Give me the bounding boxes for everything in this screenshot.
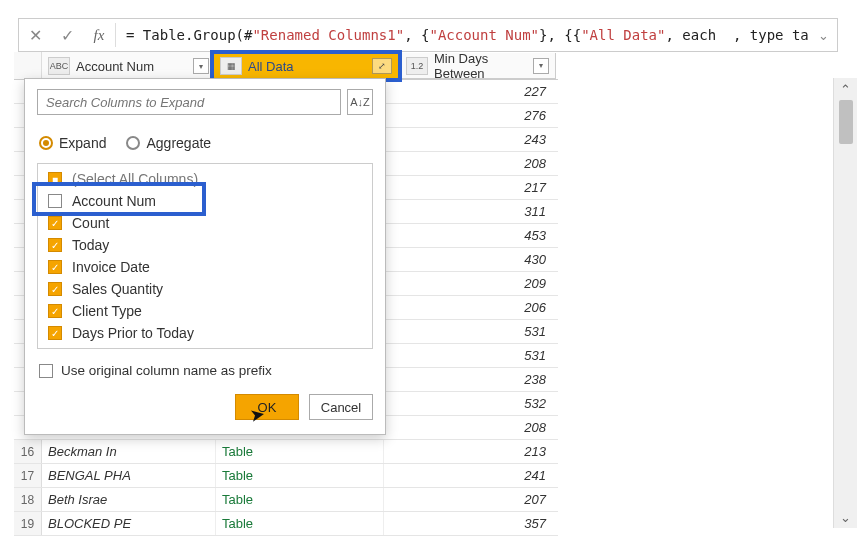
cell-account-num[interactable]: Beckman In (42, 440, 216, 463)
search-input[interactable] (37, 89, 341, 115)
cell-min-days[interactable]: 531 (384, 320, 554, 343)
checkbox-label: Count (72, 215, 109, 231)
formula-bar: ✕ ✓ fx = Table.Group(#"Renamed Columns1"… (18, 18, 838, 52)
checkbox-icon: ✓ (48, 260, 62, 274)
scroll-down-icon[interactable]: ⌄ (834, 506, 857, 528)
cell-min-days[interactable]: 208 (384, 152, 554, 175)
cell-min-days[interactable]: 357 (384, 512, 554, 535)
scroll-up-icon[interactable]: ⌃ (834, 78, 857, 100)
cell-min-days[interactable]: 243 (384, 128, 554, 151)
radio-expand[interactable]: Expand (39, 135, 106, 151)
radio-label: Expand (59, 135, 106, 151)
radio-icon (39, 136, 53, 150)
cell-all-data-link[interactable]: Table (216, 512, 384, 535)
cell-account-num[interactable]: BENGAL PHA (42, 464, 216, 487)
cell-min-days[interactable]: 311 (384, 200, 554, 223)
cell-min-days[interactable]: 276 (384, 104, 554, 127)
checkbox-label: Sales Quantity (72, 281, 163, 297)
cell-account-num[interactable]: BLOCKED PE (42, 512, 216, 535)
cancel-button[interactable]: Cancel (309, 394, 373, 420)
formula-input[interactable]: = Table.Group(#"Renamed Columns1", {"Acc… (116, 27, 809, 43)
row-number: 17 (14, 464, 42, 487)
checkbox-label: Use original column name as prefix (61, 363, 272, 378)
cell-min-days[interactable]: 213 (384, 440, 554, 463)
column-checkbox-item[interactable]: ✓Invoice Date (38, 256, 372, 278)
column-filter-icon[interactable]: ▾ (533, 58, 549, 74)
checkbox-icon: ✓ (48, 326, 62, 340)
sort-button[interactable]: A↓Z (347, 89, 373, 115)
checkbox-icon: ✓ (48, 238, 62, 252)
checkbox-icon: ✓ (48, 304, 62, 318)
checkbox-icon: ✓ (48, 216, 62, 230)
column-checkbox-item[interactable]: ✓Count (38, 212, 372, 234)
checkbox-label: Today (72, 237, 109, 253)
cell-min-days[interactable]: 238 (384, 368, 554, 391)
cell-min-days[interactable]: 531 (384, 344, 554, 367)
expand-columns-popup: A↓Z Expand Aggregate ■ (Select All Colum… (24, 78, 386, 435)
cell-min-days[interactable]: 453 (384, 224, 554, 247)
expand-column-icon[interactable]: ⤢ (372, 58, 392, 74)
commit-formula-icon[interactable]: ✓ (51, 19, 83, 51)
row-number: 19 (14, 512, 42, 535)
checkbox-label: (Select All Columns) (72, 171, 198, 187)
column-header-min-days[interactable]: 1.2 Min Days Between ▾ (400, 53, 556, 79)
column-checkbox-item[interactable]: ✓Sales Quantity (38, 278, 372, 300)
checkbox-label: Account Num (72, 193, 156, 209)
cell-min-days[interactable]: 209 (384, 272, 554, 295)
vertical-scrollbar[interactable]: ⌃ ⌄ (833, 78, 857, 528)
radio-icon (126, 136, 140, 150)
ok-button[interactable]: OK (235, 394, 299, 420)
expand-formula-icon[interactable]: ⌄ (809, 19, 837, 51)
cell-min-days[interactable]: 532 (384, 392, 554, 415)
column-checkbox-item[interactable]: ✓Client Type (38, 300, 372, 322)
table-row[interactable]: 16Beckman InTable213 (14, 440, 558, 464)
cell-all-data-link[interactable]: Table (216, 488, 384, 511)
checkbox-label: Client Type (72, 303, 142, 319)
row-number-header (14, 52, 42, 79)
table-row[interactable]: 17BENGAL PHATable241 (14, 464, 558, 488)
select-all-columns[interactable]: ■ (Select All Columns) (38, 168, 372, 190)
type-decimal-icon: 1.2 (406, 57, 428, 75)
column-label: Min Days Between (434, 51, 527, 81)
table-row[interactable]: 19BLOCKED PETable357 (14, 512, 558, 536)
prefix-checkbox-row[interactable]: Use original column name as prefix (37, 361, 373, 394)
radio-aggregate[interactable]: Aggregate (126, 135, 211, 151)
row-number: 16 (14, 440, 42, 463)
cell-min-days[interactable]: 241 (384, 464, 554, 487)
checkbox-label: Days Prior to Today (72, 325, 194, 341)
column-checkbox-item[interactable]: Account Num (38, 190, 372, 212)
column-checkbox-item[interactable]: ✓Days Prior to Today (38, 322, 372, 344)
cell-min-days[interactable]: 227 (384, 80, 554, 103)
cell-account-num[interactable]: Beth Israe (42, 488, 216, 511)
column-checkbox-list: ■ (Select All Columns) Account Num✓Count… (37, 163, 373, 349)
cell-min-days[interactable]: 430 (384, 248, 554, 271)
cancel-formula-icon[interactable]: ✕ (19, 19, 51, 51)
checkbox-icon (39, 364, 53, 378)
cell-min-days[interactable]: 206 (384, 296, 554, 319)
checkbox-icon: ✓ (48, 282, 62, 296)
scrollbar-thumb[interactable] (839, 100, 853, 144)
cell-min-days[interactable]: 208 (384, 416, 554, 439)
cell-all-data-link[interactable]: Table (216, 464, 384, 487)
column-checkbox-item[interactable]: ✓Today (38, 234, 372, 256)
column-filter-icon[interactable]: ▾ (193, 58, 209, 74)
cell-min-days[interactable]: 207 (384, 488, 554, 511)
radio-label: Aggregate (146, 135, 211, 151)
cell-min-days[interactable]: 217 (384, 176, 554, 199)
checkbox-icon (48, 194, 62, 208)
column-header-account-num[interactable]: ABC Account Num ▾ (42, 52, 216, 80)
table-row[interactable]: 18Beth IsraeTable207 (14, 488, 558, 512)
column-label: All Data (248, 59, 366, 74)
type-abc-icon: ABC (48, 57, 70, 75)
row-number: 18 (14, 488, 42, 511)
checkbox-label: Invoice Date (72, 259, 150, 275)
cell-all-data-link[interactable]: Table (216, 440, 384, 463)
column-label: Account Num (76, 59, 187, 74)
fx-icon[interactable]: fx (83, 19, 115, 51)
type-table-icon: ▦ (220, 57, 242, 75)
checkbox-icon: ■ (48, 172, 62, 186)
